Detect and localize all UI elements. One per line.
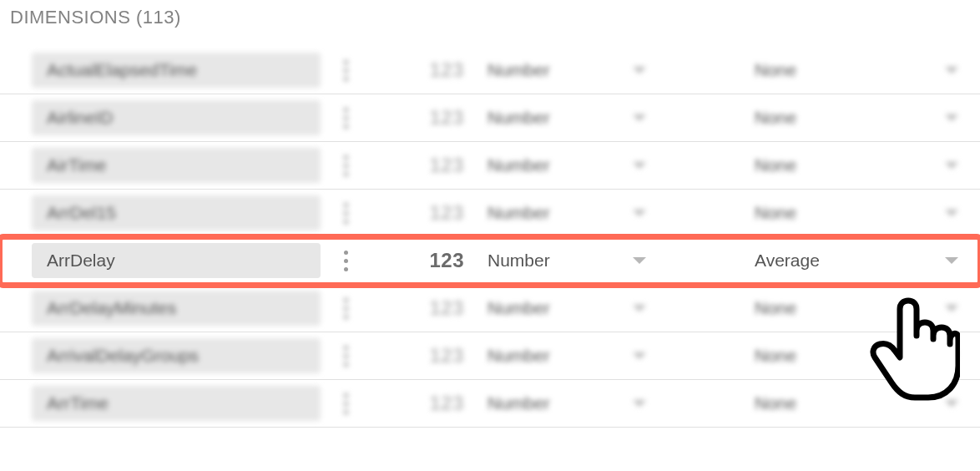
data-type-select[interactable]: Number xyxy=(487,60,663,80)
chevron-down-icon xyxy=(633,67,646,73)
dimensions-header: DIMENSIONS (113) xyxy=(0,0,980,47)
data-type-select[interactable]: Number xyxy=(487,108,663,128)
chevron-down-icon xyxy=(945,210,958,216)
aggregation-label: None xyxy=(755,108,796,128)
kebab-menu-icon[interactable] xyxy=(321,393,371,414)
data-type-label: Number xyxy=(487,155,550,175)
dimension-row: ArrTime123NumberNone xyxy=(0,380,980,428)
aggregation-select[interactable]: None xyxy=(663,298,965,318)
data-type-label: Number xyxy=(487,346,550,366)
aggregation-select[interactable]: None xyxy=(663,346,965,366)
dimension-field-pill[interactable]: ActualElapsedTime xyxy=(32,53,321,88)
dimensions-header-label: DIMENSIONS xyxy=(10,7,130,28)
number-type-icon: 123 xyxy=(371,154,487,177)
data-type-label: Number xyxy=(487,251,550,271)
dimension-field-pill[interactable]: AirlineID xyxy=(32,100,321,135)
chevron-down-icon xyxy=(633,257,646,264)
data-type-label: Number xyxy=(487,60,550,80)
chevron-down-icon xyxy=(633,114,646,121)
data-type-label: Number xyxy=(487,298,550,318)
aggregation-label: None xyxy=(755,60,796,80)
aggregation-label: None xyxy=(755,203,796,223)
chevron-down-icon xyxy=(633,400,646,407)
dimensions-header-count: 113 xyxy=(143,7,174,28)
data-type-select[interactable]: Number xyxy=(487,155,663,175)
dimension-row: AirTime123NumberNone xyxy=(0,142,980,190)
number-type-icon: 123 xyxy=(371,249,487,272)
number-type-icon: 123 xyxy=(371,392,487,415)
kebab-menu-icon[interactable] xyxy=(321,155,371,176)
aggregation-label: None xyxy=(755,155,796,175)
kebab-menu-icon[interactable] xyxy=(321,346,371,367)
data-type-label: Number xyxy=(487,393,550,413)
data-type-select[interactable]: Number xyxy=(487,251,663,271)
chevron-down-icon xyxy=(633,210,646,216)
dimension-row: ArrDelayMinutes123NumberNone xyxy=(0,285,980,332)
number-type-icon: 123 xyxy=(371,344,487,367)
kebab-menu-icon[interactable] xyxy=(321,298,371,319)
data-type-select[interactable]: Number xyxy=(487,203,663,223)
chevron-down-icon xyxy=(945,257,958,264)
dimension-field-pill[interactable]: AirTime xyxy=(32,148,321,183)
dimension-field-pill[interactable]: ArrivalDelayGroups xyxy=(32,338,321,373)
dimension-field-pill[interactable]: ArrDelayMinutes xyxy=(32,291,321,326)
chevron-down-icon xyxy=(945,67,958,73)
data-type-label: Number xyxy=(487,203,550,223)
aggregation-select[interactable]: None xyxy=(663,155,965,175)
kebab-menu-icon[interactable] xyxy=(321,60,371,81)
dimension-field-pill[interactable]: ArrDelay xyxy=(32,243,321,278)
kebab-menu-icon[interactable] xyxy=(321,108,371,129)
aggregation-label: None xyxy=(755,346,796,366)
dimension-row: ArrivalDelayGroups123NumberNone xyxy=(0,332,980,380)
number-type-icon: 123 xyxy=(371,58,487,82)
dimension-row: ArrDel15123NumberNone xyxy=(0,190,980,237)
number-type-icon: 123 xyxy=(371,106,487,129)
number-type-icon: 123 xyxy=(371,296,487,320)
data-type-select[interactable]: Number xyxy=(487,393,663,413)
dimension-row: ArrDelay123NumberAverage xyxy=(0,237,980,285)
chevron-down-icon xyxy=(945,114,958,121)
data-type-select[interactable]: Number xyxy=(487,346,663,366)
kebab-menu-icon[interactable] xyxy=(321,203,371,224)
chevron-down-icon xyxy=(945,162,958,169)
data-type-select[interactable]: Number xyxy=(487,298,663,318)
aggregation-select[interactable]: Average xyxy=(663,251,965,271)
aggregation-label: None xyxy=(755,298,796,318)
aggregation-select[interactable]: None xyxy=(663,393,965,413)
kebab-menu-icon[interactable] xyxy=(321,251,371,271)
data-type-label: Number xyxy=(487,108,550,128)
aggregation-select[interactable]: None xyxy=(663,60,965,80)
chevron-down-icon xyxy=(633,305,646,311)
chevron-down-icon xyxy=(945,400,958,407)
chevron-down-icon xyxy=(945,352,958,359)
chevron-down-icon xyxy=(945,305,958,311)
dimension-row: ActualElapsedTime123NumberNone xyxy=(0,47,980,94)
dimension-field-pill[interactable]: ArrDel15 xyxy=(32,195,321,230)
aggregation-label: None xyxy=(755,393,796,413)
aggregation-label: Average xyxy=(755,251,820,271)
aggregation-select[interactable]: None xyxy=(663,108,965,128)
chevron-down-icon xyxy=(633,162,646,169)
aggregation-select[interactable]: None xyxy=(663,203,965,223)
dimension-row: AirlineID123NumberNone xyxy=(0,94,980,142)
number-type-icon: 123 xyxy=(371,201,487,225)
chevron-down-icon xyxy=(633,352,646,359)
dimension-field-pill[interactable]: ArrTime xyxy=(32,386,321,421)
